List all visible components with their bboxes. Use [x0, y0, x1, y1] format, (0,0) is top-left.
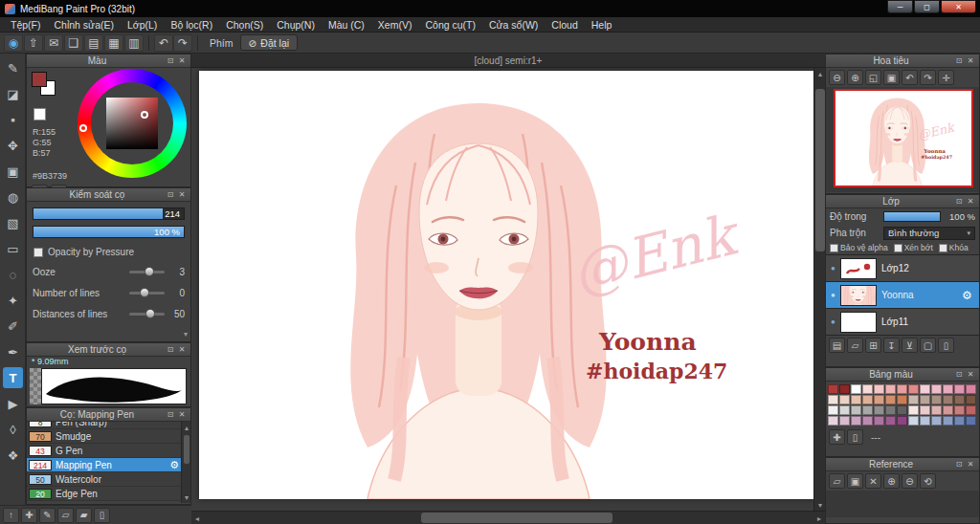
layer-opacity-slider[interactable]	[883, 211, 941, 222]
checkbox-xen-bot[interactable]	[894, 244, 902, 252]
palette-swatch[interactable]	[943, 395, 953, 404]
ref-reset-icon[interactable]: ⟲	[920, 473, 936, 489]
duplicate-layer-icon[interactable]: ⊞	[865, 338, 881, 353]
menu-cong-cu-t[interactable]: Công cụ(T)	[418, 19, 482, 31]
brush-item-mapping-pen[interactable]: 214Mapping Pen⚙	[27, 458, 181, 472]
palette-swatch[interactable]	[954, 405, 965, 415]
fill-tool[interactable]: ▣	[3, 161, 23, 182]
minimize-button[interactable]: ─	[887, 0, 913, 13]
page-icon[interactable]: ▤	[84, 34, 103, 52]
canvas-vertical-scrollbar[interactable]: ▴ ▾	[813, 68, 825, 511]
panel-close-icon[interactable]: ✕	[965, 460, 976, 469]
close-button[interactable]: ✕	[941, 0, 976, 13]
operation-tool[interactable]: ▶	[3, 393, 23, 414]
ref-zoom-in-icon[interactable]: ⊕	[883, 473, 900, 489]
panel-float-icon[interactable]: ⊡	[165, 410, 176, 419]
close-reference-icon[interactable]: ✕	[865, 473, 881, 489]
menu-lop-l[interactable]: Lớp(L)	[121, 19, 164, 31]
sv-indicator[interactable]	[141, 111, 148, 119]
palette-swatch[interactable]	[908, 405, 919, 415]
panel-close-icon[interactable]: ✕	[176, 345, 188, 354]
edit-brush-icon[interactable]: ✎	[39, 508, 56, 523]
palette-swatch[interactable]	[966, 405, 976, 415]
zoom-out-icon[interactable]: ⊖	[829, 70, 845, 85]
scroll-down-icon[interactable]: ▾	[181, 491, 190, 503]
panel-close-icon[interactable]: ✕	[965, 197, 976, 206]
slider-knob[interactable]	[145, 267, 154, 276]
navigator-thumbnail[interactable]	[834, 89, 973, 187]
panel-float-icon[interactable]: ⊡	[165, 190, 176, 199]
panel-close-icon[interactable]: ✕	[176, 56, 188, 65]
bucket-tool[interactable]: ◍	[3, 186, 23, 207]
layer-item-lop12[interactable]: ●Lớp12	[826, 255, 979, 282]
scrollbar-thumb[interactable]	[184, 435, 189, 464]
panel-close-icon[interactable]: ✕	[176, 410, 188, 419]
palette-swatch[interactable]	[874, 395, 884, 404]
eyedropper-tool[interactable]: ◊	[3, 419, 23, 440]
panel-float-icon[interactable]: ⊡	[953, 370, 965, 379]
layer-item-lop11[interactable]: ●Lớp11	[826, 309, 979, 336]
layer-settings-icon[interactable]: ⚙	[962, 289, 979, 302]
palette-swatch[interactable]	[931, 384, 942, 394]
text-tool[interactable]: T	[3, 367, 23, 388]
palette-swatch[interactable]	[931, 405, 942, 415]
actual-pixels-icon[interactable]: ▣	[883, 70, 900, 85]
clear-layer-icon[interactable]: ▢	[920, 338, 936, 353]
palette-swatch[interactable]	[931, 416, 942, 426]
panel-close-icon[interactable]: ✕	[176, 190, 188, 199]
reset-view-icon[interactable]: ✛	[938, 70, 954, 85]
brush-item-edge-pen[interactable]: 20Edge Pen	[27, 487, 181, 501]
panel-layout-icon[interactable]: ▥	[124, 34, 144, 52]
menu-chinh-sua-e[interactable]: Chỉnh sửa(E)	[48, 19, 121, 31]
brush-opacity-slider[interactable]: 100 %	[33, 226, 185, 238]
panel-close-icon[interactable]: ✕	[965, 56, 976, 65]
checkbox-bao-ve-alpha[interactable]	[830, 244, 838, 252]
open-reference-icon[interactable]: ▱	[829, 473, 845, 489]
palette-swatch[interactable]	[920, 405, 930, 415]
brush-folder-icon[interactable]: ▱	[57, 508, 74, 523]
panel-float-icon[interactable]: ⊡	[953, 197, 965, 206]
menu-help[interactable]: Help	[585, 19, 619, 31]
palette-swatch[interactable]	[874, 416, 884, 426]
palette-swatch[interactable]	[839, 416, 850, 426]
fg-bg-swatches[interactable]	[32, 72, 60, 100]
add-color-icon[interactable]: ✚	[829, 429, 845, 445]
palette-swatch[interactable]	[828, 416, 838, 426]
menu-chon-s[interactable]: Chọn(S)	[219, 19, 270, 31]
number-of-lines-slider[interactable]	[129, 292, 165, 295]
layer-visibility-icon[interactable]: ●	[826, 264, 840, 273]
palette-swatch[interactable]	[931, 395, 942, 404]
magic-wand-tool[interactable]: ✦	[3, 290, 23, 311]
pin-reference-icon[interactable]: ▣	[847, 473, 863, 489]
palette-swatch[interactable]	[885, 405, 896, 415]
palette-swatch[interactable]	[885, 416, 896, 426]
brush-item-g-pen[interactable]: 43G Pen	[27, 444, 181, 458]
rotate-right-icon[interactable]: ↷	[920, 70, 936, 85]
palette-swatch[interactable]	[839, 395, 850, 404]
panel-float-icon[interactable]: ⊡	[165, 56, 176, 65]
palette-swatch[interactable]	[954, 416, 965, 426]
reset-button[interactable]: ⊘ Đặt lại	[240, 34, 299, 51]
brush-tool[interactable]: ✎	[3, 57, 23, 78]
zoom-in-icon[interactable]: ⊕	[847, 70, 863, 85]
menu-mau-c[interactable]: Màu (C)	[322, 19, 371, 31]
layer-visibility-icon[interactable]: ●	[826, 317, 840, 326]
gradient-tool[interactable]: ▧	[3, 212, 23, 233]
scroll-down-icon[interactable]: ▾	[184, 330, 188, 338]
delete-layer-icon[interactable]: ▯	[938, 338, 954, 353]
palette-swatch[interactable]	[943, 405, 953, 415]
palette-swatch[interactable]	[874, 405, 884, 415]
canvas-tab[interactable]: [cloud] semi:r1+	[191, 54, 825, 68]
distances-of-lines-slider[interactable]	[129, 313, 165, 316]
add-layer-folder-icon[interactable]: ▱	[847, 338, 863, 353]
palette-swatch[interactable]	[828, 405, 838, 415]
brush-item-watercolor[interactable]: 50Watercolor	[27, 472, 181, 487]
panel-float-icon[interactable]: ⊡	[953, 460, 965, 469]
palette-swatch[interactable]	[943, 384, 953, 394]
palette-swatch[interactable]	[839, 384, 850, 394]
rotate-left-icon[interactable]: ↶	[902, 70, 918, 85]
palette-swatch[interactable]	[954, 395, 965, 404]
palette-swatch[interactable]	[828, 395, 838, 404]
redo-icon[interactable]: ↷	[173, 34, 192, 52]
palette-swatch[interactable]	[954, 384, 965, 394]
